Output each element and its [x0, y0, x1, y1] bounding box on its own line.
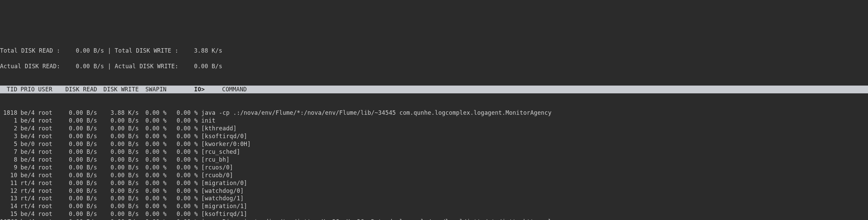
- cell-swapin: 0.00 %: [139, 202, 166, 210]
- cell-swapin: 0.00 %: [139, 195, 166, 202]
- cell-tid: 5: [0, 140, 17, 148]
- cell-tid: 2: [0, 125, 17, 132]
- table-row[interactable]: 1818be/4root0.00 B/s3.88 K/s0.00 %0.00 %…: [0, 109, 868, 117]
- header-swapin[interactable]: SWAPIN: [139, 86, 166, 93]
- cell-prio: be/4: [17, 132, 35, 140]
- table-row[interactable]: 7be/4root0.00 B/s0.00 B/s0.00 %0.00 %[rc…: [0, 148, 868, 156]
- table-row[interactable]: 3be/4root0.00 B/s0.00 B/s0.00 %0.00 %[ks…: [0, 132, 868, 140]
- table-row[interactable]: 15be/4root0.00 B/s0.00 B/s0.00 %0.00 %[k…: [0, 210, 868, 218]
- cell-user: root: [35, 218, 52, 220]
- cell-disk-read: 0.00 B/s: [52, 156, 97, 164]
- cell-swapin: 0.00 %: [139, 210, 166, 218]
- total-read-value: 0.00 B/s: [59, 47, 104, 55]
- cell-disk-write: 0.00 B/s: [97, 132, 139, 140]
- cell-io: 0.00 %: [166, 195, 198, 202]
- header-user[interactable]: USER: [35, 86, 52, 93]
- cell-disk-read: 0.00 B/s: [52, 179, 97, 187]
- cell-swapin: 0.00 %: [139, 148, 166, 156]
- cell-io: 0.00 %: [166, 187, 198, 195]
- cell-prio: be/4: [17, 109, 35, 117]
- divider: |: [104, 63, 115, 70]
- cell-tid: 11: [0, 179, 17, 187]
- cell-command: [kworker/0:0H]: [198, 140, 251, 148]
- cell-prio: be/4: [17, 148, 35, 156]
- cell-io: 0.00 %: [166, 156, 198, 164]
- cell-user: root: [35, 171, 52, 179]
- cell-prio: be/4: [17, 164, 35, 171]
- cell-command: [rcu_sched]: [198, 148, 240, 156]
- column-header-row[interactable]: TIDPRIOUSERDISK READDISK WRITESWAPINIO>C…: [0, 86, 868, 93]
- cell-disk-write: 0.00 B/s: [97, 171, 139, 179]
- cell-user: root: [35, 109, 52, 117]
- cell-user: root: [35, 195, 52, 202]
- header-io-sort[interactable]: IO>: [166, 86, 205, 93]
- cell-prio: be/0: [17, 140, 35, 148]
- cell-swapin: 0.00 %: [139, 156, 166, 164]
- table-row[interactable]: 14rt/4root0.00 B/s0.00 B/s0.00 %0.00 %[m…: [0, 202, 868, 210]
- table-row[interactable]: 8be/4root0.00 B/s0.00 B/s0.00 %0.00 %[rc…: [0, 156, 868, 164]
- cell-disk-write: 0.00 B/s: [97, 179, 139, 187]
- cell-command: [rcuos/0]: [198, 164, 233, 171]
- table-row[interactable]: 12rt/4root0.00 B/s0.00 B/s0.00 %0.00 %[w…: [0, 187, 868, 195]
- cell-command: [rcu_bh]: [198, 156, 230, 164]
- header-tid[interactable]: TID: [0, 86, 17, 93]
- cell-disk-read: 0.00 B/s: [52, 125, 97, 132]
- cell-prio: be/4: [17, 156, 35, 164]
- header-disk-write[interactable]: DISK WRITE: [97, 86, 139, 93]
- cell-user: root: [35, 210, 52, 218]
- cell-disk-read: 0.00 B/s: [52, 187, 97, 195]
- cell-prio: rt/4: [17, 195, 35, 202]
- cell-disk-read: 0.00 B/s: [52, 109, 97, 117]
- cell-command: [migration/0]: [198, 179, 247, 187]
- header-command[interactable]: COMMAND: [205, 86, 247, 93]
- header-prio[interactable]: PRIO: [17, 86, 35, 93]
- table-row[interactable]: 1be/4root0.00 B/s0.00 B/s0.00 %0.00 %ini…: [0, 117, 868, 125]
- table-row[interactable]: 9be/4root0.00 B/s0.00 B/s0.00 %0.00 %[rc…: [0, 164, 868, 171]
- cell-user: root: [35, 132, 52, 140]
- cell-prio: be/4: [17, 218, 35, 220]
- cell-disk-write: 0.00 B/s: [97, 218, 139, 220]
- cell-swapin: 0.00 %: [139, 109, 166, 117]
- total-write-value: 3.88 K/s: [177, 47, 222, 55]
- cell-tid: 12: [0, 187, 17, 195]
- cell-tid: 7: [0, 148, 17, 156]
- cell-disk-write: 0.00 B/s: [97, 187, 139, 195]
- table-row[interactable]: 10be/4root0.00 B/s0.00 B/s0.00 %0.00 %[r…: [0, 171, 868, 179]
- table-row[interactable]: 2be/4root0.00 B/s0.00 B/s0.00 %0.00 %[kt…: [0, 125, 868, 132]
- summary-line-2: Actual DISK READ:0.00 B/s | Actual DISK …: [0, 62, 868, 70]
- cell-disk-write: 0.00 B/s: [97, 195, 139, 202]
- cell-swapin: 0.00 %: [139, 179, 166, 187]
- cell-disk-write: 0.00 B/s: [97, 164, 139, 171]
- cell-disk-write: 3.88 K/s: [97, 109, 139, 117]
- table-row[interactable]: 5be/0root0.00 B/s0.00 B/s0.00 %0.00 %[kw…: [0, 140, 868, 148]
- cell-disk-write: 0.00 B/s: [97, 210, 139, 218]
- cell-disk-read: 0.00 B/s: [52, 202, 97, 210]
- cell-prio: rt/4: [17, 202, 35, 210]
- actual-read-value: 0.00 B/s: [59, 62, 104, 70]
- cell-disk-read: 0.00 B/s: [52, 164, 97, 171]
- iotop-terminal: Total DISK READ :0.00 B/s | Total DISK W…: [0, 31, 868, 220]
- cell-user: root: [35, 179, 52, 187]
- cell-disk-read: 0.00 B/s: [52, 117, 97, 125]
- table-row[interactable]: 10768be/4root0.00 B/s0.00 B/s0.00 %0.00 …: [0, 218, 868, 220]
- cell-user: root: [35, 164, 52, 171]
- cell-disk-read: 0.00 B/s: [52, 148, 97, 156]
- header-disk-read[interactable]: DISK READ: [52, 86, 97, 93]
- cell-disk-read: 0.00 B/s: [52, 132, 97, 140]
- process-list: 1818be/4root0.00 B/s3.88 K/s0.00 %0.00 %…: [0, 109, 868, 220]
- cell-prio: rt/4: [17, 179, 35, 187]
- cell-io: 0.00 %: [166, 210, 198, 218]
- table-row[interactable]: 13rt/4root0.00 B/s0.00 B/s0.00 %0.00 %[w…: [0, 195, 868, 202]
- cell-user: root: [35, 156, 52, 164]
- cell-prio: be/4: [17, 171, 35, 179]
- table-row[interactable]: 11rt/4root0.00 B/s0.00 B/s0.00 %0.00 %[m…: [0, 179, 868, 187]
- cell-io: 0.00 %: [166, 164, 198, 171]
- cell-command: java -cp .:/nova/env/Flume/*:/nova/env/F…: [198, 109, 551, 117]
- cell-tid: 9: [0, 164, 17, 171]
- cell-disk-write: 0.00 B/s: [97, 148, 139, 156]
- cell-swapin: 0.00 %: [139, 187, 166, 195]
- cell-disk-write: 0.00 B/s: [97, 125, 139, 132]
- cell-tid: 14: [0, 202, 17, 210]
- cell-user: root: [35, 187, 52, 195]
- cell-io: 0.00 %: [166, 148, 198, 156]
